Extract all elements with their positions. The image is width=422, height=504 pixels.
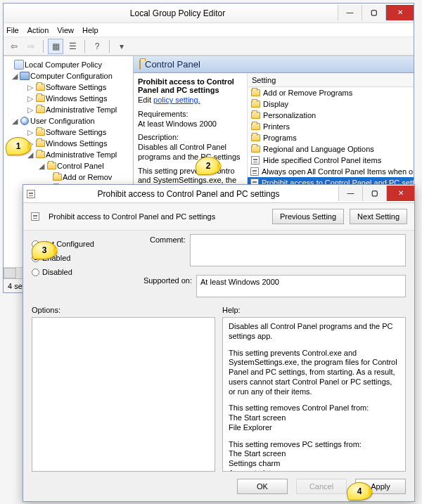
list-item[interactable]: Hide specified Control Panel items [248,155,414,166]
twisty-icon[interactable]: ▷ [26,94,34,103]
list-item[interactable]: Display [248,98,414,110]
policy-icon [31,212,39,221]
tree-root[interactable]: Local Computer Policy [25,60,102,69]
root-icon [14,60,24,70]
menu-action[interactable]: Action [27,26,49,34]
callout-4: 4 [347,482,372,500]
tree-item[interactable]: Add or Remov [63,173,112,181]
folder-icon [53,174,62,181]
folder-icon [36,151,45,158]
supported-label: Supported on: [129,275,192,285]
folder-icon [251,112,260,119]
menubar: File Action View Help [4,23,414,37]
menu-file[interactable]: File [6,26,19,34]
help-box[interactable]: Disables all Control Panel programs and … [222,317,406,472]
help-icon[interactable]: ? [89,39,105,54]
folder-icon [36,95,45,102]
policy-icon [251,156,260,164]
policy-dialog: Prohibit access to Control Panel and PC … [23,184,415,502]
tree-user-config[interactable]: User Configuration [30,117,95,125]
up-icon[interactable]: ▦ [48,39,63,54]
next-setting-button[interactable]: Next Setting [350,209,407,224]
tree-item[interactable]: Administrative Templ [46,105,117,114]
list-item[interactable]: Always open All Control Panel Items when… [248,166,414,177]
policy-icon [250,167,259,176]
ok-button[interactable]: OK [237,479,288,494]
dialog-title: Prohibit access to Control Panel and PC … [39,189,338,199]
callout-3: 3 [32,241,57,259]
radio-disabled[interactable]: Disabled [32,268,94,276]
folder-icon [36,106,45,113]
menu-help[interactable]: Help [82,26,98,34]
detail-header-text: Control Panel [145,59,200,70]
tree-item[interactable]: Windows Settings [46,94,107,103]
dialog-maximize-button[interactable]: ▢ [362,186,386,201]
tree-item[interactable]: Administrative Templ [46,150,117,159]
folder-icon [47,162,56,169]
twisty-icon[interactable]: ◢ [11,72,19,81]
options-box[interactable] [32,317,215,472]
column-header-setting[interactable]: Setting [248,73,414,87]
twisty-icon[interactable]: ▷ [26,83,34,92]
list-icon[interactable]: ☰ [65,39,80,54]
twisty-icon[interactable]: ◢ [37,162,46,171]
tree-item-control-panel[interactable]: Control Panel [57,162,104,170]
dialog-close-button[interactable]: ✕ [386,186,414,201]
list-item[interactable]: Printers [248,121,414,132]
settings-list[interactable]: Add or Remove Programs Display Personali… [248,87,414,200]
callout-1: 1 [6,137,31,155]
list-item[interactable]: Programs [248,132,414,143]
policy-setting-link[interactable]: policy setting. [153,96,200,104]
filter-icon[interactable]: ▾ [114,39,129,54]
folder-icon [139,60,141,70]
twisty-icon[interactable]: ▷ [26,105,34,115]
folder-icon [251,101,260,108]
dialog-minimize-button[interactable]: — [338,186,362,201]
tree-computer-config[interactable]: Computer Configuration [30,72,113,80]
list-item[interactable]: Add or Remove Programs [248,87,414,98]
folder-icon [36,140,45,147]
forward-icon[interactable]: ⇨ [23,39,39,54]
dialog-setting-name: Prohibit access to Control Panel and PC … [49,212,267,221]
folder-icon [251,123,260,130]
comment-label: Comment: [150,234,186,244]
options-label: Options: [32,306,215,314]
list-item[interactable]: Regional and Language Options [248,143,414,155]
folder-icon [251,89,260,96]
tree-item[interactable]: Windows Settings [46,139,107,148]
cancel-button[interactable]: Cancel [296,479,347,494]
policy-icon [27,190,35,198]
detail-header: Control Panel [134,56,414,73]
folder-icon [251,146,260,153]
comment-textarea[interactable] [190,234,406,266]
twisty-icon[interactable]: ◢ [11,117,19,126]
help-label: Help: [222,306,406,314]
user-icon [20,117,29,125]
close-button[interactable]: ✕ [385,5,414,20]
folder-icon [251,134,260,141]
dialog-header-row: Prohibit access to Control Panel and PC … [23,203,414,231]
tree-item[interactable]: Software Settings [46,128,106,136]
minimize-button[interactable]: — [338,5,362,20]
folder-icon [36,129,45,136]
supported-on-field: At least Windows 2000 [196,275,406,297]
main-toolbar: ⇦ ⇨ ▦ ☰ ? ▾ [4,37,414,56]
list-item[interactable]: Personalization [248,110,414,121]
maximize-button[interactable]: ▢ [362,5,385,20]
main-title: Local Group Policy Editor [18,8,338,18]
folder-icon [36,84,45,91]
tree-item[interactable]: Software Settings [46,83,106,91]
previous-setting-button[interactable]: Previous Setting [272,209,344,224]
setting-title: Prohibit access to Control Panel and PC … [138,77,243,94]
main-titlebar[interactable]: Local Group Policy Editor — ▢ ✕ [4,4,414,23]
computer-icon [20,72,30,80]
dialog-titlebar[interactable]: Prohibit access to Control Panel and PC … [23,185,414,203]
twisty-icon[interactable]: ▷ [26,128,34,137]
callout-2: 2 [196,157,221,175]
back-icon[interactable]: ⇦ [6,39,22,54]
menu-view[interactable]: View [57,26,74,34]
